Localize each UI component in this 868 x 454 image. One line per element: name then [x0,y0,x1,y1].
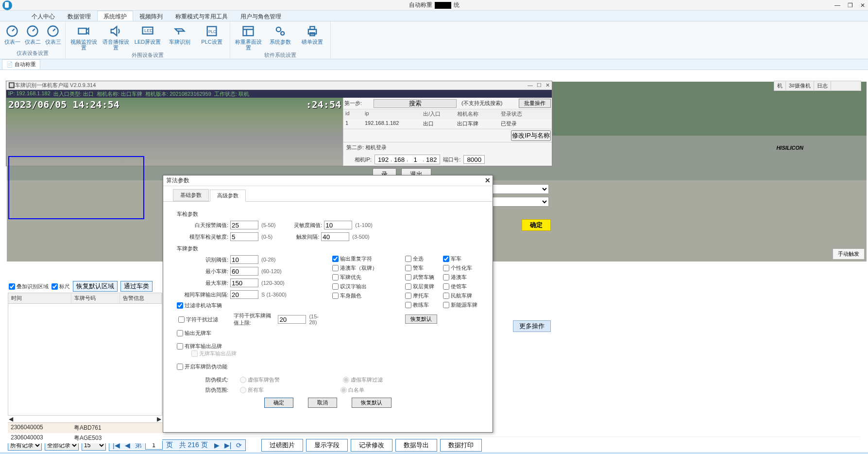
tab-advanced-params[interactable]: 高级参数 [210,190,246,202]
char-disturb-checkbox[interactable]: 字符干扰过滤 [177,316,218,323]
led-screen-button[interactable]: LEDLED屏设置 [132,22,164,52]
army-first-checkbox[interactable]: 军牌优先 [332,274,395,281]
tab-user-role[interactable]: 用户与角色管理 [234,11,288,21]
personal-checkbox[interactable]: 个性化车 [443,264,477,272]
tab-weigh-tools[interactable]: 称重模式与常用工具 [169,11,234,21]
model-sens-input[interactable] [230,232,258,241]
overlay-recog-checkbox[interactable]: 叠加识别区域 [9,283,49,290]
dialog-cancel-button[interactable]: 取消 [308,398,337,408]
algorithm-params-dialog: 算法参数 ✕ 基础参数 高级参数 车检参数 白天报警阈值: (5-50) 灵敏度… [163,175,493,433]
refresh-icon[interactable]: ⟳ [235,441,243,449]
plate-recognition-button[interactable]: 车牌识别 [164,22,196,52]
svg-rect-8 [243,27,254,36]
max-plate-input[interactable] [230,279,258,287]
search-hint: (不支持无线搜索) [459,100,519,107]
double-yellow-checkbox[interactable]: 双层黄牌 [405,283,437,290]
list-body[interactable] [8,304,162,416]
next-page-icon[interactable]: ▶ [213,441,221,449]
noplate-brand-checkbox: 无牌车输出品牌 [191,350,323,357]
tab-personal[interactable]: 个人中心 [25,11,61,21]
dup-char-checkbox[interactable]: 输出重复字符 [332,255,395,262]
voice-broadcast-button[interactable]: 语音播报设置 [100,22,132,52]
doc-tab-auto-weigh[interactable]: 📄 自动称重 [2,59,40,70]
modify-ip-button[interactable]: 修改IP与名称 [511,130,551,141]
side-tab-cam3[interactable]: 3#摄像机 [786,81,814,90]
record-row[interactable]: 2306040003粤AGE503 [8,433,162,443]
instrument-2-button[interactable]: 仪表二 [22,22,43,50]
manual-trigger-button[interactable]: 手动触发 [833,248,865,260]
show-fields-button[interactable]: 显示字段 [306,439,348,452]
dialog-close-icon[interactable]: ✕ [485,176,491,184]
recog-threshold-input[interactable] [230,255,258,264]
confirm-button[interactable]: 确定 [522,219,551,231]
maximize-icon[interactable]: ❐ [846,2,854,9]
instrument-3-button[interactable]: 仪表三 [43,22,63,50]
table-row[interactable]: 1 192.168.1.182 出口 出口车牌 已登录 [343,119,552,129]
output-brand-checkbox[interactable]: 有牌车输出品牌 [177,343,323,350]
ruler-checkbox[interactable]: 标尺 [51,283,70,290]
army-checkbox[interactable]: 军车 [443,255,477,262]
hanzi-checkbox[interactable]: 叹汉字输出 [332,283,395,290]
weigh-ui-button[interactable]: 称重界面设置 [232,22,264,52]
ip-seg-2[interactable] [392,155,407,164]
aviation-checkbox[interactable]: 民航车牌 [443,292,477,299]
ga-dual-checkbox[interactable]: 港澳车（双牌） [332,264,395,272]
ticket-settings-button[interactable]: 磅单设置 [296,22,328,52]
ip-seg-3[interactable] [408,155,423,164]
day-alarm-input[interactable] [230,221,258,229]
police-checkbox[interactable]: 警车 [405,264,437,272]
coach-checkbox[interactable]: 教练车 [405,301,437,309]
dialog-tabs: 基础参数 高级参数 [163,186,493,202]
more-ops-button[interactable]: 更多操作 [513,320,551,332]
export-data-button[interactable]: 数据导出 [395,439,437,452]
port-input[interactable] [463,155,485,164]
minimize-icon[interactable]: — [833,2,842,9]
dialog-reset-button[interactable]: 恢复默认 [352,398,391,408]
scroll-right-icon[interactable]: ▶ [157,416,161,422]
ip-seg-1[interactable] [376,155,391,164]
lpr-max-icon[interactable]: ☐ [537,82,542,88]
plc-button[interactable]: PLCPLC设置 [196,22,228,52]
select-all-checkbox[interactable]: 全选 [405,255,437,262]
tab-system-maintain[interactable]: 系统维护 [97,11,133,21]
vehicle-type-button[interactable]: 通过车类 [120,281,153,292]
gauge-icon [4,23,20,39]
output-noplate-checkbox[interactable]: 输出无牌车 [177,330,323,337]
trigger-input[interactable] [321,232,349,241]
edit-record-button[interactable]: 记录修改 [351,439,392,452]
last-page-icon[interactable]: ▶| [223,441,233,449]
body-color-checkbox[interactable]: 车身颜色 [332,292,395,299]
wujing-checkbox[interactable]: 武警车辆 [405,274,437,281]
video-monitor-button[interactable]: 视频监控设置 [68,22,100,52]
tab-video-array[interactable]: 视频阵列 [133,11,169,21]
side-tab-log[interactable]: 日志 [814,81,831,90]
ip-seg-4[interactable] [424,155,439,164]
dialog-ok-button[interactable]: 确定 [264,398,293,408]
sensitivity-input[interactable] [324,221,352,229]
scroll-left-icon[interactable]: ◀ [9,416,13,422]
batch-op-button[interactable]: 批量操作 [519,99,551,108]
restore-area-button[interactable]: 恢复默认区域 [73,281,118,292]
lpr-min-icon[interactable]: — [528,82,533,88]
ga-checkbox[interactable]: 港澳车 [443,274,477,281]
embassy-checkbox[interactable]: 使馆车 [443,283,477,290]
close-icon[interactable]: ✕ [858,2,867,9]
record-row[interactable]: 2306040005粤ABD761 [8,423,162,433]
dup-interval-input[interactable] [230,290,258,299]
min-plate-input[interactable] [230,267,258,276]
tab-data-manage[interactable]: 数据管理 [61,11,97,21]
system-params-button[interactable]: 系统参数 [264,22,296,52]
instrument-1-button[interactable]: 仪表一 [2,22,22,50]
search-button[interactable] [374,99,457,108]
newenergy-checkbox[interactable]: 新能源车牌 [443,301,477,309]
moto-checkbox[interactable]: 摩托车 [405,292,437,299]
side-tab-cam[interactable]: 机 [774,81,786,90]
print-data-button[interactable]: 数据打印 [440,439,482,452]
restore-types-button[interactable]: 恢复默认 [405,314,437,324]
char-thresh-input[interactable] [278,315,306,324]
lpr-close-icon[interactable]: ✕ [545,82,550,88]
weigh-image-button[interactable]: 过磅图片 [261,439,303,452]
filter-nonmotor-checkbox[interactable]: 过滤非机动车辆 [177,302,323,309]
tab-basic-params[interactable]: 基础参数 [173,189,209,201]
antifake-checkbox[interactable]: 开启车牌防伪功能 [177,363,323,370]
